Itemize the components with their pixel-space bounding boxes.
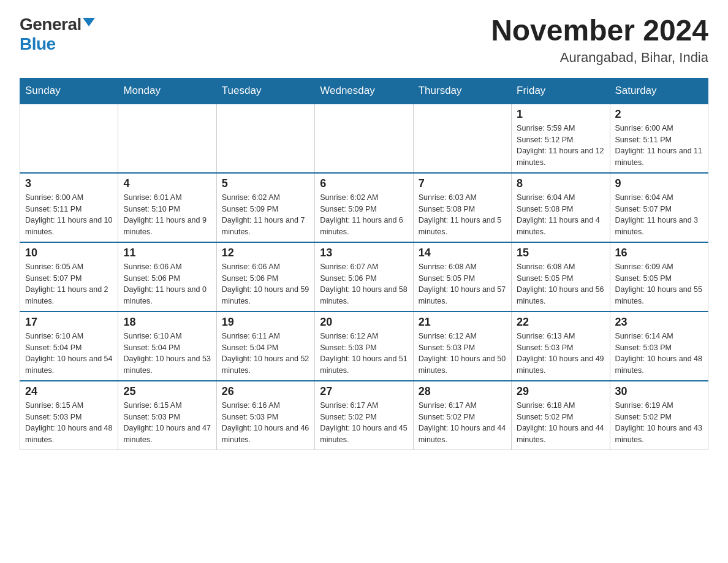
day-detail: Sunrise: 6:12 AMSunset: 5:03 PMDaylight:… [320, 331, 408, 377]
day-number: 3 [25, 177, 113, 190]
calendar-cell: 14Sunrise: 6:08 AMSunset: 5:05 PMDayligh… [413, 242, 511, 312]
calendar-cell: 5Sunrise: 6:02 AMSunset: 5:09 PMDaylight… [216, 173, 314, 242]
calendar-cell: 20Sunrise: 6:12 AMSunset: 5:03 PMDayligh… [315, 312, 413, 381]
calendar-cell: 21Sunrise: 6:12 AMSunset: 5:03 PMDayligh… [413, 312, 511, 381]
weekday-header-row: SundayMondayTuesdayWednesdayThursdayFrid… [20, 78, 708, 104]
calendar-cell: 27Sunrise: 6:17 AMSunset: 5:02 PMDayligh… [315, 381, 413, 450]
day-number: 24 [25, 385, 113, 398]
day-detail: Sunrise: 6:00 AMSunset: 5:11 PMDaylight:… [615, 123, 703, 169]
calendar-cell: 19Sunrise: 6:11 AMSunset: 5:04 PMDayligh… [216, 312, 314, 381]
day-detail: Sunrise: 6:11 AMSunset: 5:04 PMDaylight:… [222, 331, 309, 377]
day-number: 12 [222, 247, 309, 259]
day-number: 28 [419, 385, 506, 398]
day-number: 16 [615, 247, 703, 259]
day-number: 22 [517, 316, 604, 329]
weekday-header-monday: Monday [118, 78, 216, 104]
day-detail: Sunrise: 6:04 AMSunset: 5:08 PMDaylight:… [517, 192, 604, 238]
calendar-cell: 2Sunrise: 6:00 AMSunset: 5:11 PMDaylight… [610, 104, 708, 173]
calendar-cell: 25Sunrise: 6:15 AMSunset: 5:03 PMDayligh… [118, 381, 216, 450]
logo-blue-text: Blue [20, 34, 56, 54]
calendar-week-row: 10Sunrise: 6:05 AMSunset: 5:07 PMDayligh… [20, 242, 708, 312]
calendar-week-row: 1Sunrise: 5:59 AMSunset: 5:12 PMDaylight… [20, 104, 708, 173]
day-number: 7 [419, 177, 506, 190]
calendar-cell: 6Sunrise: 6:02 AMSunset: 5:09 PMDaylight… [315, 173, 413, 242]
day-number: 23 [615, 316, 703, 329]
day-detail: Sunrise: 6:15 AMSunset: 5:03 PMDaylight:… [25, 400, 113, 446]
day-detail: Sunrise: 6:19 AMSunset: 5:02 PMDaylight:… [615, 400, 703, 446]
calendar-table: SundayMondayTuesdayWednesdayThursdayFrid… [20, 78, 708, 450]
weekday-header-tuesday: Tuesday [216, 78, 314, 104]
day-detail: Sunrise: 6:05 AMSunset: 5:07 PMDaylight:… [25, 261, 113, 307]
calendar-cell: 16Sunrise: 6:09 AMSunset: 5:05 PMDayligh… [610, 242, 708, 312]
day-detail: Sunrise: 6:08 AMSunset: 5:05 PMDaylight:… [517, 261, 604, 307]
day-number: 26 [222, 385, 309, 398]
day-detail: Sunrise: 6:10 AMSunset: 5:04 PMDaylight:… [123, 331, 211, 377]
day-detail: Sunrise: 6:02 AMSunset: 5:09 PMDaylight:… [222, 192, 309, 238]
day-detail: Sunrise: 5:59 AMSunset: 5:12 PMDaylight:… [517, 123, 604, 169]
day-number: 18 [123, 316, 211, 329]
day-number: 10 [25, 247, 113, 259]
title-area: November 2024 Aurangabad, Bihar, India [491, 15, 708, 66]
calendar-cell: 7Sunrise: 6:03 AMSunset: 5:08 PMDaylight… [413, 173, 511, 242]
day-number: 29 [517, 385, 604, 398]
calendar-cell: 18Sunrise: 6:10 AMSunset: 5:04 PMDayligh… [118, 312, 216, 381]
calendar-cell: 9Sunrise: 6:04 AMSunset: 5:07 PMDaylight… [610, 173, 708, 242]
logo-triangle-icon [83, 18, 95, 26]
calendar-cell: 29Sunrise: 6:18 AMSunset: 5:02 PMDayligh… [512, 381, 610, 450]
day-number: 6 [320, 177, 408, 190]
day-number: 14 [419, 247, 506, 259]
day-detail: Sunrise: 6:16 AMSunset: 5:03 PMDaylight:… [222, 400, 309, 446]
day-number: 8 [517, 177, 604, 190]
calendar-week-row: 17Sunrise: 6:10 AMSunset: 5:04 PMDayligh… [20, 312, 708, 381]
calendar-cell: 1Sunrise: 5:59 AMSunset: 5:12 PMDaylight… [512, 104, 610, 173]
day-detail: Sunrise: 6:17 AMSunset: 5:02 PMDaylight:… [320, 400, 408, 446]
calendar-cell: 11Sunrise: 6:06 AMSunset: 5:06 PMDayligh… [118, 242, 216, 312]
day-number: 17 [25, 316, 113, 329]
calendar-cell: 10Sunrise: 6:05 AMSunset: 5:07 PMDayligh… [20, 242, 118, 312]
calendar-cell: 28Sunrise: 6:17 AMSunset: 5:02 PMDayligh… [413, 381, 511, 450]
day-number: 21 [419, 316, 506, 329]
day-detail: Sunrise: 6:06 AMSunset: 5:06 PMDaylight:… [123, 261, 211, 307]
day-detail: Sunrise: 6:15 AMSunset: 5:03 PMDaylight:… [123, 400, 211, 446]
calendar-cell [216, 104, 314, 173]
weekday-header-thursday: Thursday [413, 78, 511, 104]
weekday-header-wednesday: Wednesday [315, 78, 413, 104]
page-header: General Blue November 2024 Aurangabad, B… [20, 15, 708, 66]
location-title: Aurangabad, Bihar, India [491, 50, 708, 66]
day-number: 20 [320, 316, 408, 329]
day-number: 2 [615, 108, 703, 121]
day-detail: Sunrise: 6:06 AMSunset: 5:06 PMDaylight:… [222, 261, 309, 307]
day-number: 27 [320, 385, 408, 398]
day-detail: Sunrise: 6:14 AMSunset: 5:03 PMDaylight:… [615, 331, 703, 377]
calendar-cell: 8Sunrise: 6:04 AMSunset: 5:08 PMDaylight… [512, 173, 610, 242]
calendar-cell: 15Sunrise: 6:08 AMSunset: 5:05 PMDayligh… [512, 242, 610, 312]
weekday-header-saturday: Saturday [610, 78, 708, 104]
day-number: 5 [222, 177, 309, 190]
day-detail: Sunrise: 6:04 AMSunset: 5:07 PMDaylight:… [615, 192, 703, 238]
calendar-week-row: 3Sunrise: 6:00 AMSunset: 5:11 PMDaylight… [20, 173, 708, 242]
day-detail: Sunrise: 6:12 AMSunset: 5:03 PMDaylight:… [419, 331, 506, 377]
day-number: 13 [320, 247, 408, 259]
day-detail: Sunrise: 6:18 AMSunset: 5:02 PMDaylight:… [517, 400, 604, 446]
month-title: November 2024 [491, 15, 708, 47]
day-number: 15 [517, 247, 604, 259]
calendar-cell: 30Sunrise: 6:19 AMSunset: 5:02 PMDayligh… [610, 381, 708, 450]
calendar-cell [118, 104, 216, 173]
day-detail: Sunrise: 6:09 AMSunset: 5:05 PMDaylight:… [615, 261, 703, 307]
calendar-cell: 17Sunrise: 6:10 AMSunset: 5:04 PMDayligh… [20, 312, 118, 381]
calendar-cell [413, 104, 511, 173]
logo-general-text: General [20, 15, 82, 34]
day-detail: Sunrise: 6:01 AMSunset: 5:10 PMDaylight:… [123, 192, 211, 238]
day-detail: Sunrise: 6:17 AMSunset: 5:02 PMDaylight:… [419, 400, 506, 446]
calendar-week-row: 24Sunrise: 6:15 AMSunset: 5:03 PMDayligh… [20, 381, 708, 450]
day-number: 19 [222, 316, 309, 329]
calendar-cell: 22Sunrise: 6:13 AMSunset: 5:03 PMDayligh… [512, 312, 610, 381]
calendar-cell: 3Sunrise: 6:00 AMSunset: 5:11 PMDaylight… [20, 173, 118, 242]
day-number: 9 [615, 177, 703, 190]
day-number: 11 [123, 247, 211, 259]
calendar-cell: 13Sunrise: 6:07 AMSunset: 5:06 PMDayligh… [315, 242, 413, 312]
day-number: 1 [517, 108, 604, 121]
day-number: 30 [615, 385, 703, 398]
day-detail: Sunrise: 6:02 AMSunset: 5:09 PMDaylight:… [320, 192, 408, 238]
day-detail: Sunrise: 6:08 AMSunset: 5:05 PMDaylight:… [419, 261, 506, 307]
